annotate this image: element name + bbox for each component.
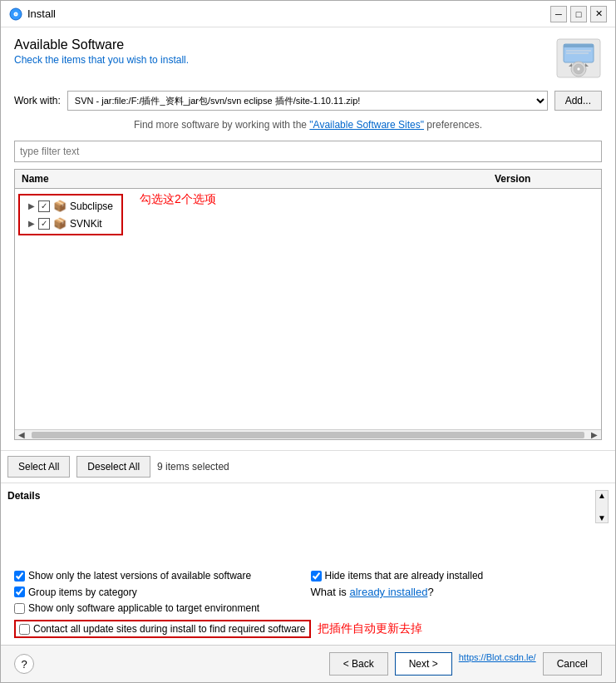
what-is-installed-suffix: ?	[427, 586, 433, 598]
page-title: Available Software	[14, 37, 189, 52]
horizontal-scrollbar[interactable]: ◀ ▶	[15, 429, 601, 439]
option-row-1: Show only the latest versions of availab…	[14, 570, 602, 582]
hide-installed-checkbox[interactable]	[311, 571, 322, 582]
show-applicable-label[interactable]: Show only software applicable to target …	[14, 602, 259, 614]
help-button[interactable]: ?	[14, 654, 34, 674]
option-left-1: Show only the latest versions of availab…	[14, 570, 306, 582]
show-applicable-text: Show only software applicable to target …	[28, 602, 259, 614]
title-bar-controls: ─ □ ✕	[550, 6, 607, 22]
cancel-button[interactable]: Cancel	[543, 652, 602, 676]
checkbox-svnkit[interactable]	[38, 218, 50, 230]
group-by-category-text: Group items by category	[28, 586, 137, 598]
scroll-down-arrow[interactable]: ▼	[598, 513, 606, 522]
hide-installed-label[interactable]: Hide items that are already installed	[311, 570, 603, 582]
find-more-row: Find more software by working with the "…	[14, 119, 602, 131]
svg-point-10	[577, 67, 580, 71]
work-with-select[interactable]: SVN - jar:file:/F:/插件_资料_jar包/svn/svn ec…	[67, 91, 548, 111]
main-content: Available Software Check the items that …	[1, 27, 615, 450]
table-row[interactable]: ▶ 📦 SVNKit	[22, 215, 120, 232]
select-all-button[interactable]: Select All	[7, 456, 70, 478]
table-body: ▶ 📦 Subclipse ▶ 📦 SVNKit	[15, 189, 601, 429]
group-by-category-label[interactable]: Group items by category	[14, 586, 306, 598]
option-row-3: Show only software applicable to target …	[14, 602, 602, 614]
option-right-2: What is already installed?	[311, 586, 603, 598]
option-left-2: Group items by category	[14, 586, 306, 598]
checked-items-group: ▶ 📦 Subclipse ▶ 📦 SVNKit	[18, 194, 123, 235]
find-more-text-after: preferences.	[424, 119, 482, 131]
show-latest-label[interactable]: Show only the latest versions of availab…	[14, 570, 306, 582]
scroll-up-arrow[interactable]: ▲	[598, 491, 606, 500]
show-applicable-checkbox[interactable]	[14, 603, 25, 614]
details-section: Details ▲ ▼	[1, 483, 615, 563]
work-with-row: Work with: SVN - jar:file:/F:/插件_资料_jar包…	[14, 91, 602, 111]
software-table: Name Version ▶ 📦 Subclipse	[14, 169, 602, 440]
maximize-button[interactable]: □	[570, 6, 587, 22]
details-scrollbar[interactable]: ▲ ▼	[595, 490, 609, 523]
items-selected-label: 9 items selected	[157, 461, 229, 473]
annotation-check-items: 勾选这2个选项	[140, 192, 216, 207]
install-dialog: Install ─ □ ✕ Available Software Check t…	[0, 0, 616, 683]
work-with-label: Work with:	[14, 95, 61, 106]
already-installed-link[interactable]: already installed	[349, 586, 427, 598]
available-software-sites-link[interactable]: "Available Software Sites"	[309, 119, 424, 131]
contact-checkbox-group: Contact all update sites during install …	[14, 620, 311, 638]
hscroll-thumb[interactable]	[32, 432, 584, 438]
title-bar-left: Install	[9, 7, 56, 21]
cd-icon-large	[555, 37, 602, 79]
hide-installed-text: Hide items that are already installed	[325, 570, 484, 582]
table-header: Name Version	[15, 170, 601, 189]
col-version-header: Version	[495, 173, 594, 185]
what-is-installed-text: What is	[311, 586, 350, 598]
show-latest-text: Show only the latest versions of availab…	[28, 570, 251, 582]
contact-update-sites-checkbox[interactable]	[19, 624, 30, 635]
contact-row: Contact all update sites during install …	[14, 620, 602, 638]
checkbox-subclipse[interactable]	[38, 200, 50, 212]
contact-update-sites-text: Contact all update sites during install …	[33, 623, 306, 635]
option-row-2: Group items by category What is already …	[14, 586, 602, 598]
contact-update-sites-label[interactable]: Contact all update sites during install …	[33, 623, 306, 635]
find-more-text-before: Find more software by working with the	[134, 119, 309, 131]
header-section: Available Software Check the items that …	[14, 37, 189, 66]
subtitle: Check the items that you wish to install…	[14, 54, 189, 66]
finish-link[interactable]: https://Blot.csdn.le/	[459, 652, 536, 676]
group-by-category-checkbox[interactable]	[14, 586, 25, 597]
svg-point-2	[15, 13, 17, 15]
col-name-header: Name	[22, 173, 495, 185]
annotation-contact: 把插件自动更新去掉	[318, 621, 422, 636]
svg-rect-5	[564, 44, 594, 47]
bottom-controls: Select All Deselect All 9 items selected	[1, 450, 615, 483]
footer-buttons: < Back Next > https://Blot.csdn.le/ Canc…	[329, 652, 602, 676]
back-button[interactable]: < Back	[329, 652, 388, 676]
deselect-all-button[interactable]: Deselect All	[76, 456, 150, 478]
pkg-icon-svnkit: 📦	[53, 217, 67, 230]
scroll-left-arrow[interactable]: ◀	[15, 430, 28, 439]
pkg-icon-subclipse: 📦	[53, 200, 67, 212]
options-section: Show only the latest versions of availab…	[1, 563, 615, 645]
filter-input[interactable]	[14, 141, 602, 162]
install-icon	[9, 7, 22, 21]
details-content	[7, 523, 609, 557]
expand-arrow-svnkit[interactable]: ▶	[28, 219, 35, 228]
details-title: Details	[7, 490, 40, 502]
show-latest-checkbox[interactable]	[14, 571, 25, 582]
title-bar: Install ─ □ ✕	[1, 1, 615, 27]
window-title: Install	[27, 7, 56, 20]
expand-arrow-subclipse[interactable]: ▶	[28, 201, 35, 210]
scroll-right-arrow[interactable]: ▶	[588, 430, 601, 439]
add-button[interactable]: Add...	[554, 91, 602, 111]
next-button[interactable]: Next >	[395, 652, 452, 676]
close-button[interactable]: ✕	[590, 6, 607, 22]
svnkit-label: SVNKit	[70, 218, 102, 230]
minimize-button[interactable]: ─	[550, 6, 567, 22]
option-right-1: Hide items that are already installed	[311, 570, 603, 582]
footer: ? < Back Next > https://Blot.csdn.le/ Ca…	[1, 645, 615, 682]
subclipse-label: Subclipse	[70, 200, 113, 212]
table-row[interactable]: ▶ 📦 Subclipse	[22, 197, 120, 215]
